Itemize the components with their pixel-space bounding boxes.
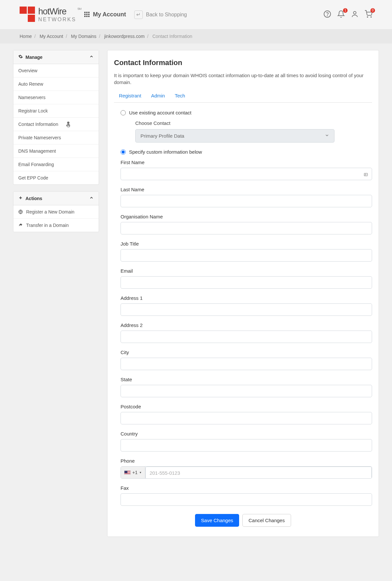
- content-panel: Contact Information It is important to k…: [107, 50, 379, 537]
- notifications-icon[interactable]: 1: [337, 10, 345, 19]
- label-phone: Phone: [121, 458, 372, 464]
- plus-icon: [18, 196, 23, 201]
- label-country: Country: [121, 431, 372, 436]
- save-button[interactable]: Save Changes: [195, 514, 239, 527]
- panel-manage-header[interactable]: Manage: [13, 50, 99, 64]
- my-account-label: My Account: [93, 11, 126, 18]
- gear-icon: [18, 54, 23, 60]
- return-icon: ↵: [134, 10, 143, 19]
- notifications-badge: 1: [343, 8, 348, 13]
- breadcrumb-active: Contact Information: [152, 34, 192, 39]
- label-first-name: First Name: [121, 160, 372, 165]
- label-org: Organisation Name: [121, 214, 372, 219]
- radio-custom-input[interactable]: [121, 149, 126, 155]
- input-address1[interactable]: [121, 303, 372, 316]
- radio-existing-label: Use existing account contact: [129, 110, 191, 115]
- tab-admin[interactable]: Admin: [151, 93, 165, 98]
- label-address1: Address 1: [121, 295, 372, 301]
- share-icon: [18, 223, 23, 228]
- help-icon[interactable]: [323, 10, 331, 19]
- breadcrumb-home[interactable]: Home: [20, 34, 32, 39]
- label-job-title: Job Title: [121, 241, 372, 247]
- us-flag-icon: [124, 470, 131, 475]
- cart-icon[interactable]: 0: [365, 10, 372, 19]
- input-city[interactable]: [121, 358, 372, 370]
- caret-down-icon: ▼: [139, 471, 142, 474]
- input-state[interactable]: [121, 385, 372, 397]
- brand-name: hotWireSM: [38, 7, 76, 17]
- input-postcode[interactable]: [121, 412, 372, 424]
- choose-contact-label: Choose Contact: [135, 120, 372, 126]
- page-intro: It is important to keep your domain WHOI…: [114, 72, 372, 86]
- contact-card-icon: [364, 172, 368, 178]
- svg-point-6: [68, 122, 69, 123]
- panel-actions-title: Actions: [25, 196, 42, 201]
- sidebar-item-nameservers[interactable]: Nameservers: [13, 91, 99, 104]
- phone-input-group: +1 ▼: [121, 466, 372, 479]
- breadcrumb: Home/ My Account/ My Domains/ jinkowordp…: [0, 29, 392, 43]
- page-title: Contact Information: [114, 59, 372, 67]
- tab-registrant[interactable]: Registrant: [119, 93, 141, 98]
- sidebar-item-dns-management[interactable]: DNS Management: [13, 145, 99, 158]
- radio-existing-input[interactable]: [121, 110, 126, 115]
- svg-point-9: [365, 174, 366, 175]
- cancel-button[interactable]: Cancel Changes: [242, 514, 291, 527]
- action-transfer-domain[interactable]: Transfer in a Domain: [13, 219, 99, 232]
- input-address2[interactable]: [121, 331, 372, 343]
- sidebar-item-overview[interactable]: Overview: [13, 64, 99, 77]
- sidebar-item-private-nameservers[interactable]: Private Nameservers: [13, 131, 99, 145]
- tab-tech[interactable]: Tech: [175, 93, 185, 98]
- sidebar-item-auto-renew[interactable]: Auto Renew: [13, 77, 99, 91]
- sidebar-item-contact-information[interactable]: Contact Information: [13, 118, 99, 131]
- breadcrumb-domain[interactable]: jinkowordpress.com: [104, 34, 145, 39]
- choose-contact-value: Primary Profile Data: [140, 133, 184, 139]
- my-account-link[interactable]: My Account: [84, 11, 126, 18]
- panel-manage: Manage Overview Auto Renew Nameservers R…: [13, 50, 99, 185]
- label-address2: Address 2: [121, 322, 372, 328]
- input-phone[interactable]: [145, 467, 372, 479]
- sidebar-item-get-epp-code[interactable]: Get EPP Code: [13, 171, 99, 184]
- input-job-title[interactable]: [121, 249, 372, 262]
- logo-icon: [20, 7, 35, 22]
- input-first-name[interactable]: [121, 168, 372, 180]
- radio-use-existing[interactable]: Use existing account contact: [114, 110, 372, 115]
- brand-sub: NETWORKS: [38, 17, 76, 23]
- label-email: Email: [121, 268, 372, 274]
- sidebar-item-email-forwarding[interactable]: Email Forwarding: [13, 158, 99, 171]
- svg-point-4: [371, 17, 371, 17]
- back-shopping-label: Back to Shopping: [146, 12, 187, 18]
- logo[interactable]: hotWireSM NETWORKS: [20, 7, 76, 23]
- label-city: City: [121, 350, 372, 355]
- label-postcode: Postcode: [121, 404, 372, 409]
- label-last-name: Last Name: [121, 187, 372, 192]
- panel-actions: Actions Register a New Domain Transfer i…: [13, 191, 99, 232]
- sidebar-item-registrar-lock[interactable]: Registrar Lock: [13, 104, 99, 118]
- choose-contact-select[interactable]: Primary Profile Data: [135, 129, 335, 143]
- globe-icon: [18, 210, 23, 214]
- label-fax: Fax: [121, 485, 372, 491]
- chevron-up-icon: [89, 196, 94, 201]
- phone-country-selector[interactable]: +1 ▼: [121, 467, 145, 478]
- cart-badge: 0: [370, 8, 375, 13]
- breadcrumb-my-account[interactable]: My Account: [40, 34, 63, 39]
- phone-prefix-text: +1: [132, 470, 138, 475]
- pointer-cursor-icon: [65, 121, 72, 128]
- action-register-domain[interactable]: Register a New Domain: [13, 205, 99, 219]
- user-icon[interactable]: [351, 10, 359, 19]
- breadcrumb-my-domains[interactable]: My Domains: [71, 34, 96, 39]
- back-to-shopping[interactable]: ↵ Back to Shopping: [134, 10, 187, 19]
- radio-custom-label: Specify custom information below: [129, 149, 202, 155]
- input-email[interactable]: [121, 276, 372, 289]
- sidebar: Manage Overview Auto Renew Nameservers R…: [13, 50, 99, 239]
- panel-manage-title: Manage: [25, 55, 42, 60]
- radio-custom[interactable]: Specify custom information below: [114, 149, 372, 155]
- input-org[interactable]: [121, 222, 372, 234]
- chevron-up-icon: [89, 54, 94, 60]
- input-country[interactable]: [121, 439, 372, 452]
- panel-actions-header[interactable]: Actions: [13, 192, 99, 205]
- tabs: Registrant Admin Tech: [114, 93, 372, 103]
- label-state: State: [121, 377, 372, 382]
- input-fax[interactable]: [121, 493, 372, 506]
- apps-grid-icon: [84, 12, 90, 18]
- input-last-name[interactable]: [121, 195, 372, 207]
